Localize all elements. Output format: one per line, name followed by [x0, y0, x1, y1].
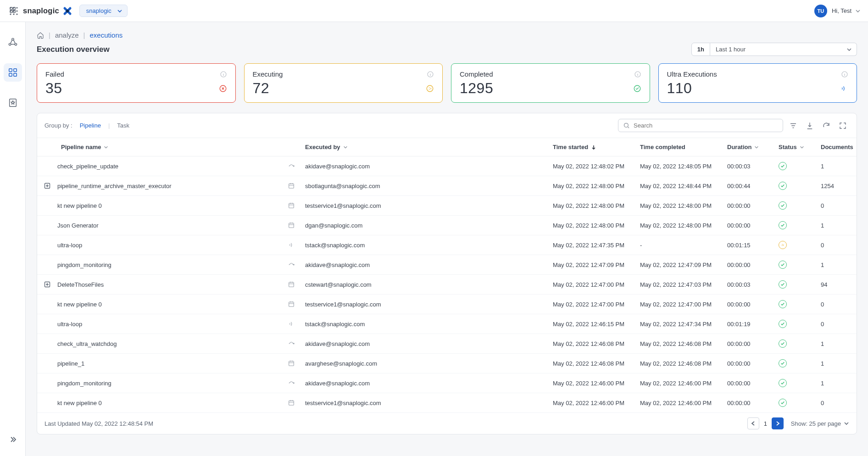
- table-row[interactable]: Json Generatordgan@snaplogic.comMay 02, …: [37, 216, 857, 235]
- search-input[interactable]: [634, 122, 778, 129]
- table-header: Pipeline name Executed by Time started T…: [37, 138, 857, 156]
- table-row[interactable]: ultra-looptstack@snaplogic.comMay 02, 20…: [37, 235, 857, 255]
- status-completed-icon: [779, 221, 787, 229]
- svg-rect-39: [289, 223, 294, 228]
- table-row[interactable]: check_pipeline_updateakidave@snaplogic.c…: [37, 156, 857, 176]
- rail-expand-icon[interactable]: [4, 430, 22, 449]
- table-row[interactable]: check_ultra_watchdogakidave@snaplogic.co…: [37, 334, 857, 354]
- documents: 1: [821, 163, 857, 170]
- time-range-chip[interactable]: 1h: [691, 43, 710, 56]
- brand[interactable]: snaplogic: [23, 6, 73, 17]
- breadcrumb-sep: |: [49, 31, 50, 39]
- expand-toggle[interactable]: [37, 183, 57, 189]
- card-ultra[interactable]: Ultra Executions 110: [658, 63, 857, 103]
- time-range-select[interactable]: Last 1 hour: [710, 43, 857, 56]
- executing-icon: [426, 84, 434, 93]
- status-running-icon: [779, 241, 787, 249]
- time-started: May 02, 2022 12:46:00 PM: [553, 380, 640, 387]
- per-page-select[interactable]: Show: 25 per page: [791, 420, 849, 427]
- col-time-started[interactable]: Time started: [553, 144, 640, 150]
- chevron-down-icon: [846, 47, 852, 52]
- filter-icon[interactable]: [787, 119, 800, 132]
- page-title: Execution overview: [37, 45, 110, 54]
- svg-rect-38: [289, 203, 294, 208]
- panel-toolbar: Group by : Pipeline | Task: [37, 113, 857, 138]
- duration: 00:00:03: [727, 163, 779, 170]
- app-switcher-icon[interactable]: [7, 5, 20, 17]
- executed-by: akidave@snaplogic.com: [305, 261, 553, 268]
- table-row[interactable]: pipeline_1avarghese@snaplogic.comMay 02,…: [37, 354, 857, 373]
- info-icon[interactable]: [634, 71, 641, 78]
- documents: 0: [821, 400, 857, 406]
- org-select[interactable]: snaplogic: [79, 5, 128, 17]
- ultra-icon: [840, 84, 848, 93]
- table-row[interactable]: pingdom_monitoringakidave@snaplogic.comM…: [37, 255, 857, 275]
- svg-point-11: [10, 10, 11, 11]
- chevron-down-icon: [117, 8, 122, 14]
- avatar[interactable]: TU: [814, 5, 827, 17]
- kind-triggered-icon: [288, 379, 295, 387]
- fullscreen-icon[interactable]: [836, 119, 849, 132]
- info-icon[interactable]: [841, 71, 848, 78]
- breadcrumb: | analyze | executions: [37, 31, 857, 39]
- svg-point-45: [293, 343, 294, 344]
- group-by-task[interactable]: Task: [117, 122, 129, 129]
- status-completed-icon: [779, 182, 787, 190]
- table-row[interactable]: DeleteThoseFilescstewart@snaplogic.comMa…: [37, 275, 857, 295]
- col-executed-by[interactable]: Executed by: [305, 144, 553, 150]
- info-icon[interactable]: [220, 71, 227, 78]
- table-row[interactable]: ultra-looptstack@snaplogic.comMay 02, 20…: [37, 314, 857, 334]
- executed-by: testservice1@snaplogic.com: [305, 202, 553, 209]
- refresh-icon[interactable]: [820, 119, 833, 132]
- status-cell: [779, 339, 821, 348]
- col-time-completed[interactable]: Time completed: [640, 144, 727, 150]
- main: | analyze | executions Execution overvie…: [26, 22, 868, 456]
- home-icon[interactable]: [37, 32, 44, 39]
- table-row[interactable]: pingdom_monitoringakidave@snaplogic.comM…: [37, 373, 857, 393]
- group-by: Group by : Pipeline | Task: [45, 122, 129, 129]
- next-page-button[interactable]: [772, 417, 784, 429]
- duration: 00:00:00: [727, 202, 779, 209]
- svg-point-20: [15, 43, 17, 45]
- card-executing[interactable]: Executing 72: [244, 63, 443, 103]
- time-started: May 02, 2022 12:48:00 PM: [553, 183, 640, 189]
- download-icon[interactable]: [803, 119, 816, 132]
- table-row[interactable]: pipeline_runtime_archive_master_executor…: [37, 176, 857, 196]
- prev-page-button[interactable]: [747, 417, 759, 429]
- pipeline-name: check_ultra_watchdog: [57, 340, 117, 347]
- executed-by: cstewart@snaplogic.com: [305, 281, 553, 288]
- time-started: May 02, 2022 12:48:00 PM: [553, 202, 640, 209]
- info-icon[interactable]: [427, 71, 434, 78]
- table-row[interactable]: kt new pipeline 0testservice1@snaplogic.…: [37, 295, 857, 314]
- card-ultra-value: 110: [667, 80, 692, 97]
- svg-point-40: [782, 244, 783, 245]
- chevron-down-icon[interactable]: [855, 8, 861, 14]
- rail-nodes-icon[interactable]: [4, 33, 22, 51]
- panel-footer: Last Updated May 02, 2022 12:48:54 PM 1 …: [37, 413, 857, 434]
- expand-toggle[interactable]: [37, 281, 57, 288]
- time-completed: May 02, 2022 12:47:00 PM: [640, 301, 727, 308]
- failed-icon: [219, 84, 227, 93]
- card-completed[interactable]: Completed 1295: [451, 63, 650, 103]
- time-completed: May 02, 2022 12:47:03 PM: [640, 281, 727, 288]
- executed-by: akidave@snaplogic.com: [305, 340, 553, 347]
- col-duration[interactable]: Duration: [727, 144, 779, 150]
- table-row[interactable]: kt new pipeline 0testservice1@snaplogic.…: [37, 196, 857, 216]
- documents: 1254: [821, 183, 857, 189]
- col-documents[interactable]: Documents: [821, 144, 857, 150]
- table-row[interactable]: kt new pipeline 0testservice1@snaplogic.…: [37, 393, 857, 413]
- col-status[interactable]: Status: [779, 144, 821, 150]
- status-cell: [779, 359, 821, 367]
- rail-executions-icon[interactable]: [4, 63, 22, 82]
- search-input-wrap[interactable]: [618, 119, 783, 132]
- group-by-pipeline[interactable]: Pipeline: [80, 122, 101, 129]
- breadcrumb-analyze[interactable]: analyze: [55, 31, 79, 39]
- col-pipeline-name[interactable]: Pipeline name: [57, 144, 305, 150]
- breadcrumb-executions[interactable]: executions: [90, 31, 123, 39]
- rail-bookmark-icon[interactable]: [4, 94, 22, 112]
- card-failed[interactable]: Failed 35: [37, 63, 236, 103]
- time-completed: May 02, 2022 12:47:09 PM: [640, 261, 727, 268]
- duration: 00:00:00: [727, 360, 779, 367]
- top-header: snaplogic snaplogic TU Hi, Test: [0, 0, 868, 22]
- svg-point-8: [10, 7, 11, 8]
